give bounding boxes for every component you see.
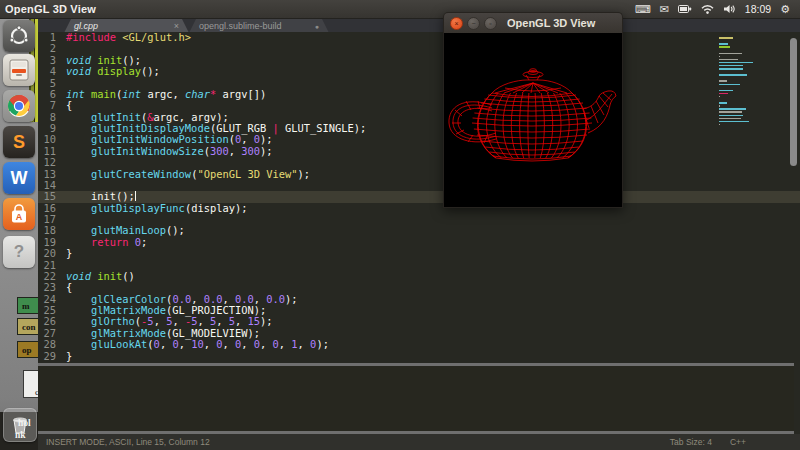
tab-sublime-build[interactable]: opengl.sublime-build ● bbox=[189, 19, 329, 33]
code-line[interactable]: 21 bbox=[38, 260, 800, 271]
top-panel: OpenGL 3D View ⌨ ✉ 18:09 ⚙ bbox=[0, 0, 800, 19]
shopping-bag-icon: A bbox=[7, 202, 31, 226]
unity-launcher: S W A ? m con op c hol nk bbox=[0, 18, 38, 450]
code-line[interactable]: 14 bbox=[38, 180, 800, 191]
code-line[interactable]: 13 glutCreateWindow("OpenGL 3D View"); bbox=[38, 169, 800, 180]
word-launcher-item[interactable]: W bbox=[3, 162, 35, 194]
code-line[interactable]: 6int main(int argc, char* argv[]) bbox=[38, 89, 800, 100]
session-gear-icon[interactable]: ⚙ bbox=[780, 0, 790, 18]
sublime-window: gl.cpp × opengl.sublime-build ● 1#includ… bbox=[38, 18, 800, 450]
global-menu-title: OpenGL 3D View bbox=[5, 3, 96, 15]
clock[interactable]: 18:09 bbox=[745, 3, 771, 15]
software-center-launcher-item[interactable]: A bbox=[3, 198, 35, 230]
code-line[interactable]: 29} bbox=[38, 351, 800, 362]
file-cabinet-icon bbox=[7, 58, 31, 82]
indicator-tray: ⌨ ✉ 18:09 ⚙ bbox=[635, 0, 800, 18]
code-line[interactable]: 2 bbox=[38, 43, 800, 54]
help-launcher-item[interactable]: ? bbox=[3, 236, 35, 268]
window-maximize-button[interactable]: ▫ bbox=[484, 17, 497, 30]
chrome-launcher-item[interactable] bbox=[3, 90, 35, 122]
status-bar: INSERT MODE, ASCII, Line 15, Column 12 T… bbox=[38, 434, 800, 450]
code-line[interactable]: 11 glutInitWindowSize(300, 300); bbox=[38, 146, 800, 157]
window-minimize-button[interactable]: − bbox=[467, 17, 480, 30]
chrome-icon bbox=[7, 94, 31, 118]
files-launcher-item[interactable] bbox=[3, 54, 35, 86]
window-close-button[interactable]: × bbox=[450, 17, 463, 30]
status-syntax[interactable]: C++ bbox=[730, 437, 746, 447]
code-area: 1#include <GL/glut.h>23void init();4void… bbox=[38, 32, 800, 362]
tab-modified-dot-icon: ● bbox=[315, 23, 319, 30]
build-output-panel[interactable] bbox=[38, 363, 794, 434]
background-text-fragment: hol bbox=[18, 418, 31, 428]
code-line[interactable]: 22void init() bbox=[38, 271, 800, 282]
background-text-fragment: nk bbox=[15, 430, 26, 440]
tab-bar: gl.cpp × opengl.sublime-build ● bbox=[38, 18, 800, 33]
svg-text:A: A bbox=[16, 212, 23, 222]
text-caret bbox=[135, 191, 136, 201]
code-line[interactable]: 19 return 0; bbox=[38, 237, 800, 248]
code-editor[interactable]: 1#include <GL/glut.h>23void init();4void… bbox=[38, 32, 800, 363]
status-tab-size[interactable]: Tab Size: 4 bbox=[670, 437, 712, 447]
code-line[interactable]: 20} bbox=[38, 248, 800, 259]
editor-scrollbar[interactable] bbox=[790, 38, 797, 166]
ubuntu-logo-icon bbox=[8, 25, 30, 47]
wireframe-teapot bbox=[444, 33, 622, 207]
wifi-indicator-icon[interactable] bbox=[701, 4, 714, 14]
desktop: OpenGL 3D View ⌨ ✉ 18:09 ⚙ bbox=[0, 0, 800, 450]
battery-indicator-icon[interactable] bbox=[678, 4, 692, 14]
code-line[interactable]: 28 gluLookAt(0, 0, 10, 0, 0, 0, 0, 1, 0)… bbox=[38, 339, 800, 350]
minimap[interactable] bbox=[717, 34, 757, 134]
opengl-window[interactable]: × − ▫ OpenGL 3D View bbox=[443, 12, 623, 208]
question-mark-icon: ? bbox=[14, 242, 24, 262]
keyboard-indicator-icon[interactable]: ⌨ bbox=[635, 0, 651, 18]
opengl-window-titlebar[interactable]: × − ▫ OpenGL 3D View bbox=[443, 12, 623, 33]
opengl-window-title: OpenGL 3D View bbox=[507, 17, 595, 29]
opengl-viewport bbox=[443, 33, 623, 208]
message-indicator-icon[interactable]: ✉ bbox=[660, 0, 669, 18]
sublime-launcher-item[interactable]: S bbox=[3, 126, 35, 158]
code-line[interactable]: 1#include <GL/glut.h> bbox=[38, 32, 800, 43]
tab-close-icon[interactable]: × bbox=[174, 21, 179, 31]
dash-home-button[interactable] bbox=[3, 20, 35, 52]
sublime-s-icon: S bbox=[13, 132, 25, 153]
tab-gl-cpp[interactable]: gl.cpp × bbox=[64, 19, 189, 33]
volume-indicator-icon[interactable] bbox=[723, 4, 736, 14]
code-line[interactable]: 4void display(); bbox=[38, 66, 800, 77]
code-line[interactable]: 16 glutDisplayFunc(display); bbox=[38, 203, 800, 214]
word-w-icon: W bbox=[11, 168, 28, 189]
code-line[interactable]: 18 glutMainLoop(); bbox=[38, 225, 800, 236]
status-caret-info: INSERT MODE, ASCII, Line 15, Column 12 bbox=[46, 437, 210, 447]
